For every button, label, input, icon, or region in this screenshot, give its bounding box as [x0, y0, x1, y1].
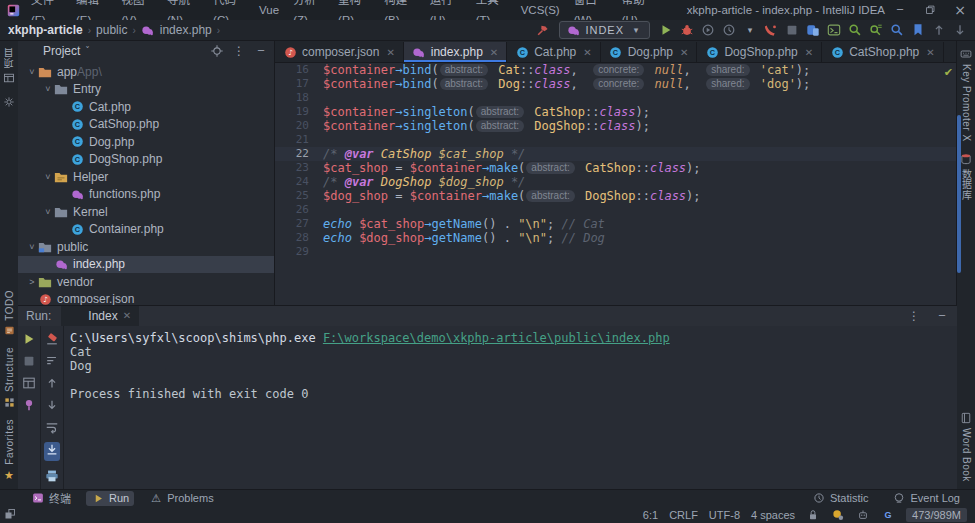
run-console[interactable]: C:\Users\syfxl\scoop\shims\php.exe F:\wo… [64, 326, 957, 491]
close-button[interactable]: × [945, 0, 975, 20]
tree-chevron-icon[interactable]: ˅ [26, 67, 38, 77]
stripe-button-favorites[interactable]: ★Favorites [2, 419, 16, 482]
debug-bug-icon[interactable] [680, 23, 694, 37]
tree-item-helper[interactable]: ˅Helper [18, 168, 274, 186]
stripe-button-services[interactable] [2, 95, 16, 109]
tab-close-icon[interactable]: ✕ [386, 47, 394, 58]
close-icon[interactable]: ✕ [123, 311, 131, 321]
tab-index-php[interactable]: index.php✕ [404, 42, 507, 62]
stop2-icon[interactable] [22, 354, 36, 368]
run-tab-index[interactable]: Index ✕ [61, 306, 139, 326]
sync-settings-icon[interactable] [806, 23, 820, 37]
tree-chevron-icon[interactable]: ˅ [42, 84, 54, 94]
tab-composer-json[interactable]: ♪composer.json✕ [275, 42, 404, 62]
restore-layout-icon[interactable] [22, 376, 36, 390]
tree-chevron-icon[interactable]: ˅ [42, 207, 54, 217]
hide-icon[interactable]: ─ [935, 309, 949, 323]
chevron-down-icon[interactable]: ▾ [629, 23, 643, 37]
editor-area[interactable]: ♪composer.json✕index.php✕CCat.php✕CDog.p… [275, 41, 957, 305]
tree-item-container-php[interactable]: CContainer.php [18, 221, 274, 239]
scroll-end-icon[interactable] [45, 443, 59, 457]
console-file-link[interactable]: F:\workspace\demo\xkphp-article\public\i… [323, 331, 670, 345]
editor-scrollbar-thumb[interactable] [957, 115, 961, 273]
tree-item-dogshop-php[interactable]: CDogShop.php [18, 151, 274, 169]
search-icon[interactable] [848, 23, 862, 37]
tree-item-dog-php[interactable]: CDog.php [18, 133, 274, 151]
coverage-icon[interactable] [701, 23, 715, 37]
stop-icon[interactable] [785, 23, 799, 37]
tree-item-index-php[interactable]: index.php [18, 256, 274, 274]
stripe-button-structure[interactable]: Structure [2, 347, 16, 409]
phone-listen-icon[interactable] [764, 23, 778, 37]
tab-catshop-php[interactable]: CCatShop.php✕ [822, 42, 943, 62]
chevron-down-icon[interactable]: ▾ [743, 23, 757, 37]
tab-close-icon[interactable]: ✕ [680, 47, 688, 58]
interpreter-icon[interactable] [831, 508, 845, 522]
run-config-selector[interactable]: INDEX▾ [559, 21, 650, 39]
tree-item-entry[interactable]: ˅Entry [18, 81, 274, 99]
toolwindow-button-problems[interactable]: ⚠Problems [144, 491, 218, 506]
search-replace-icon[interactable] [869, 23, 883, 37]
stripe-button-项目[interactable]: 项目 [2, 47, 17, 85]
status-indent-style[interactable]: 4 spaces [751, 509, 795, 521]
tab-close-icon[interactable]: ✕ [490, 47, 498, 58]
tab-close-icon[interactable]: ✕ [805, 47, 813, 58]
pin-icon[interactable] [22, 398, 36, 412]
more-icon[interactable]: ⋮ [232, 44, 246, 58]
scroll-end-toggle[interactable] [44, 442, 60, 461]
status-line-separator[interactable]: CRLF [669, 509, 698, 521]
tree-item-kernel[interactable]: ˅Kernel [18, 203, 274, 221]
stripe-button-word-book[interactable]: Word Book [959, 411, 973, 482]
status-file-encoding[interactable]: UTF-8 [709, 509, 740, 521]
printer-icon[interactable] [45, 469, 59, 483]
maximize-button[interactable] [915, 0, 945, 20]
toolwindow-toggle-icon[interactable] [3, 507, 17, 521]
tree-item-vendor[interactable]: ˃vendor [18, 273, 274, 291]
stripe-button-key-promoter-x[interactable]: Key Promoter X [959, 47, 973, 142]
sort-lines-icon[interactable] [45, 354, 59, 368]
project-view-title[interactable]: Project [43, 44, 80, 58]
tree-item-public[interactable]: ˅public [18, 238, 274, 256]
up-stack-icon[interactable] [45, 376, 59, 390]
code-editor[interactable]: 16$container→bind(abstract: Cat::class, … [275, 63, 957, 305]
breadcrumb-item-0[interactable]: xkphp-article [8, 23, 83, 37]
minimize-button[interactable]: ─ [885, 0, 915, 20]
tab-close-icon[interactable]: ✕ [926, 47, 934, 58]
toolwindow-button-event-log[interactable]: Event Log [887, 491, 965, 506]
rerun-icon[interactable] [22, 332, 36, 346]
status-caret-position[interactable]: 6:1 [643, 509, 658, 521]
tree-item-app[interactable]: ˅app App\ [18, 63, 274, 81]
eraser-icon[interactable] [45, 332, 59, 346]
nav-down-icon[interactable] [953, 23, 967, 37]
build-hammer-icon[interactable] [536, 23, 550, 37]
breadcrumb-item-2[interactable]: index.php [160, 23, 212, 37]
soft-wrap-icon[interactable] [45, 420, 59, 434]
bookmark-icon[interactable] [911, 23, 925, 37]
chevron-down-icon[interactable]: ˅ [85, 46, 90, 55]
breadcrumb-item-1[interactable]: public [96, 23, 127, 37]
profiler-icon[interactable] [722, 23, 736, 37]
nav-up-icon[interactable] [932, 23, 946, 37]
lock-icon[interactable] [806, 508, 820, 522]
terminal-icon[interactable] [827, 23, 841, 37]
down-stack-icon[interactable] [45, 398, 59, 412]
tree-chevron-icon[interactable]: ˃ [26, 277, 38, 287]
stripe-button-todo[interactable]: TODO [2, 290, 16, 338]
tree-item-composer-json[interactable]: ♪composer.json [18, 291, 274, 306]
tree-chevron-icon[interactable]: ˅ [26, 242, 38, 252]
tab-cat-php[interactable]: CCat.php✕ [507, 42, 600, 62]
locate-icon[interactable] [210, 44, 224, 58]
docker-icon[interactable] [856, 508, 870, 522]
toolwindow-button-终端[interactable]: 终端 [26, 491, 76, 506]
tree-chevron-icon[interactable]: ˅ [42, 172, 54, 182]
more-icon[interactable]: ⋮ [907, 309, 921, 323]
tree-item-catshop-php[interactable]: CCatShop.php [18, 116, 274, 134]
toolwindow-button-run[interactable]: Run [86, 491, 134, 506]
tab-dog-php[interactable]: CDog.php✕ [601, 42, 698, 62]
toolwindow-button-statistic[interactable]: Statistic [807, 491, 874, 506]
google-icon[interactable]: G [881, 508, 895, 522]
tree-item-cat-php[interactable]: CCat.php [18, 98, 274, 116]
tab-dogshop-php[interactable]: CDogShop.php✕ [697, 42, 822, 62]
find-in-path-icon[interactable] [890, 23, 904, 37]
tree-item-functions-php[interactable]: functions.php [18, 186, 274, 204]
